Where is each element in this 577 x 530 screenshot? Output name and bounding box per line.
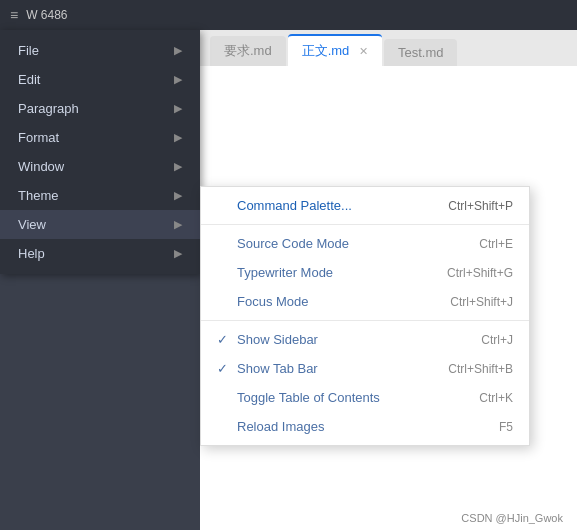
check-icon: ✓ (217, 361, 233, 376)
menu-item-theme[interactable]: Theme ▶ (0, 181, 200, 210)
submenu-item-source-code-mode[interactable]: Source Code Mode Ctrl+E (201, 229, 529, 258)
main-menu: File ▶ Edit ▶ Paragraph ▶ Format ▶ Windo… (0, 30, 200, 274)
submenu-item-shortcut: Ctrl+Shift+J (450, 295, 513, 309)
menu-overlay: File ▶ Edit ▶ Paragraph ▶ Format ▶ Windo… (0, 30, 200, 274)
arrow-icon: ▶ (174, 247, 182, 260)
arrow-icon: ▶ (174, 131, 182, 144)
menu-item-help[interactable]: Help ▶ (0, 239, 200, 268)
menu-item-window[interactable]: Window ▶ (0, 152, 200, 181)
menu-item-label: File (18, 43, 39, 58)
submenu-item-shortcut: Ctrl+K (479, 391, 513, 405)
title-bar: ≡ W 6486 (0, 0, 577, 30)
watermark: CSDN @HJin_Gwok (461, 512, 563, 524)
menu-item-paragraph[interactable]: Paragraph ▶ (0, 94, 200, 123)
menu-item-label: Theme (18, 188, 58, 203)
hamburger-icon[interactable]: ≡ (10, 7, 18, 23)
submenu-item-label: Toggle Table of Contents (237, 390, 459, 405)
tab-bar: 要求.md 正文.md ✕ Test.md (200, 30, 577, 66)
tab-label: 正文.md (302, 43, 350, 58)
menu-item-view[interactable]: View ▶ (0, 210, 200, 239)
submenu-item-label: Reload Images (237, 419, 479, 434)
submenu-item-focus-mode[interactable]: Focus Mode Ctrl+Shift+J (201, 287, 529, 316)
menu-item-edit[interactable]: Edit ▶ (0, 65, 200, 94)
submenu-item-shortcut: Ctrl+E (479, 237, 513, 251)
tab-close-icon[interactable]: ✕ (359, 45, 368, 57)
submenu-item-label: Focus Mode (237, 294, 430, 309)
submenu-item-typewriter-mode[interactable]: Typewriter Mode Ctrl+Shift+G (201, 258, 529, 287)
window-title: W 6486 (26, 8, 67, 22)
submenu-item-shortcut: Ctrl+Shift+B (448, 362, 513, 376)
menu-item-label: Edit (18, 72, 40, 87)
tab-testmd[interactable]: Test.md (384, 39, 458, 66)
submenu-item-show-tab-bar[interactable]: ✓ Show Tab Bar Ctrl+Shift+B (201, 354, 529, 383)
submenu-item-shortcut: Ctrl+J (481, 333, 513, 347)
menu-item-format[interactable]: Format ▶ (0, 123, 200, 152)
arrow-icon: ▶ (174, 102, 182, 115)
arrow-icon: ▶ (174, 189, 182, 202)
submenu-item-label: Typewriter Mode (237, 265, 427, 280)
view-submenu: Command Palette... Ctrl+Shift+P Source C… (200, 186, 530, 446)
menu-item-label: View (18, 217, 46, 232)
menu-item-label: Window (18, 159, 64, 174)
check-icon: ✓ (217, 332, 233, 347)
menu-item-label: Format (18, 130, 59, 145)
submenu-item-label: Show Tab Bar (237, 361, 428, 376)
arrow-icon: ▶ (174, 218, 182, 231)
submenu-item-show-sidebar[interactable]: ✓ Show Sidebar Ctrl+J (201, 325, 529, 354)
submenu-item-toggle-toc[interactable]: Toggle Table of Contents Ctrl+K (201, 383, 529, 412)
submenu-item-shortcut: Ctrl+Shift+P (448, 199, 513, 213)
arrow-icon: ▶ (174, 44, 182, 57)
tab-yaoqiu[interactable]: 要求.md (210, 36, 286, 66)
menu-item-label: Paragraph (18, 101, 79, 116)
menu-item-file[interactable]: File ▶ (0, 36, 200, 65)
submenu-item-reload-images[interactable]: Reload Images F5 (201, 412, 529, 441)
tab-label: 要求.md (224, 43, 272, 58)
arrow-icon: ▶ (174, 73, 182, 86)
watermark-text: CSDN @HJin_Gwok (461, 512, 563, 524)
tab-zhengwenmd[interactable]: 正文.md ✕ (288, 34, 382, 66)
submenu-item-label: Source Code Mode (237, 236, 459, 251)
submenu-divider (201, 224, 529, 225)
arrow-icon: ▶ (174, 160, 182, 173)
submenu-item-shortcut: F5 (499, 420, 513, 434)
submenu-item-command-palette[interactable]: Command Palette... Ctrl+Shift+P (201, 191, 529, 220)
submenu-divider (201, 320, 529, 321)
submenu-item-shortcut: Ctrl+Shift+G (447, 266, 513, 280)
submenu-item-label: Show Sidebar (237, 332, 461, 347)
tab-label: Test.md (398, 45, 444, 60)
submenu-item-label: Command Palette... (237, 198, 428, 213)
menu-item-label: Help (18, 246, 45, 261)
